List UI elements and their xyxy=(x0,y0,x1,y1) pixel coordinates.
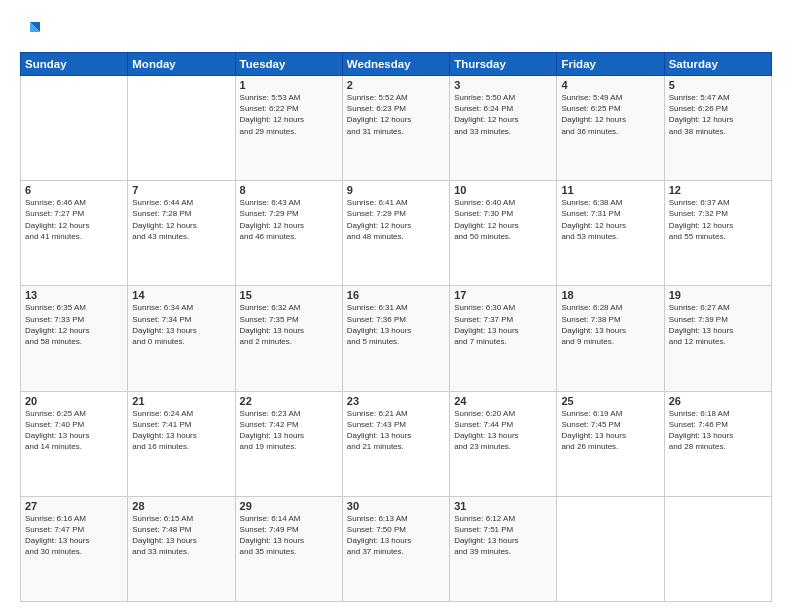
day-cell: 27Sunrise: 6:16 AM Sunset: 7:47 PM Dayli… xyxy=(21,496,128,601)
day-cell: 4Sunrise: 5:49 AM Sunset: 6:25 PM Daylig… xyxy=(557,76,664,181)
day-number: 31 xyxy=(454,500,552,512)
day-number: 13 xyxy=(25,289,123,301)
day-number: 29 xyxy=(240,500,338,512)
day-info: Sunrise: 6:25 AM Sunset: 7:40 PM Dayligh… xyxy=(25,408,123,453)
day-info: Sunrise: 6:18 AM Sunset: 7:46 PM Dayligh… xyxy=(669,408,767,453)
day-cell xyxy=(21,76,128,181)
day-info: Sunrise: 5:49 AM Sunset: 6:25 PM Dayligh… xyxy=(561,92,659,137)
day-number: 24 xyxy=(454,395,552,407)
weekday-row: SundayMondayTuesdayWednesdayThursdayFrid… xyxy=(21,53,772,76)
day-info: Sunrise: 6:43 AM Sunset: 7:29 PM Dayligh… xyxy=(240,197,338,242)
day-info: Sunrise: 5:47 AM Sunset: 6:26 PM Dayligh… xyxy=(669,92,767,137)
day-info: Sunrise: 6:21 AM Sunset: 7:43 PM Dayligh… xyxy=(347,408,445,453)
week-row-5: 27Sunrise: 6:16 AM Sunset: 7:47 PM Dayli… xyxy=(21,496,772,601)
day-number: 15 xyxy=(240,289,338,301)
day-cell: 8Sunrise: 6:43 AM Sunset: 7:29 PM Daylig… xyxy=(235,181,342,286)
day-cell: 25Sunrise: 6:19 AM Sunset: 7:45 PM Dayli… xyxy=(557,391,664,496)
day-info: Sunrise: 6:16 AM Sunset: 7:47 PM Dayligh… xyxy=(25,513,123,558)
day-cell xyxy=(557,496,664,601)
day-number: 2 xyxy=(347,79,445,91)
day-cell: 26Sunrise: 6:18 AM Sunset: 7:46 PM Dayli… xyxy=(664,391,771,496)
day-cell xyxy=(664,496,771,601)
day-cell: 29Sunrise: 6:14 AM Sunset: 7:49 PM Dayli… xyxy=(235,496,342,601)
day-cell: 15Sunrise: 6:32 AM Sunset: 7:35 PM Dayli… xyxy=(235,286,342,391)
header xyxy=(20,16,772,44)
day-number: 4 xyxy=(561,79,659,91)
day-cell: 10Sunrise: 6:40 AM Sunset: 7:30 PM Dayli… xyxy=(450,181,557,286)
day-number: 7 xyxy=(132,184,230,196)
day-cell: 31Sunrise: 6:12 AM Sunset: 7:51 PM Dayli… xyxy=(450,496,557,601)
day-info: Sunrise: 6:31 AM Sunset: 7:36 PM Dayligh… xyxy=(347,302,445,347)
day-info: Sunrise: 6:32 AM Sunset: 7:35 PM Dayligh… xyxy=(240,302,338,347)
day-number: 11 xyxy=(561,184,659,196)
day-number: 22 xyxy=(240,395,338,407)
day-number: 8 xyxy=(240,184,338,196)
day-number: 14 xyxy=(132,289,230,301)
day-cell: 22Sunrise: 6:23 AM Sunset: 7:42 PM Dayli… xyxy=(235,391,342,496)
day-number: 20 xyxy=(25,395,123,407)
week-row-1: 1Sunrise: 5:53 AM Sunset: 6:22 PM Daylig… xyxy=(21,76,772,181)
day-number: 25 xyxy=(561,395,659,407)
day-info: Sunrise: 6:34 AM Sunset: 7:34 PM Dayligh… xyxy=(132,302,230,347)
day-number: 6 xyxy=(25,184,123,196)
calendar-body: 1Sunrise: 5:53 AM Sunset: 6:22 PM Daylig… xyxy=(21,76,772,602)
day-number: 28 xyxy=(132,500,230,512)
day-cell: 30Sunrise: 6:13 AM Sunset: 7:50 PM Dayli… xyxy=(342,496,449,601)
week-row-2: 6Sunrise: 6:46 AM Sunset: 7:27 PM Daylig… xyxy=(21,181,772,286)
day-number: 9 xyxy=(347,184,445,196)
day-number: 23 xyxy=(347,395,445,407)
weekday-header-sunday: Sunday xyxy=(21,53,128,76)
day-cell: 28Sunrise: 6:15 AM Sunset: 7:48 PM Dayli… xyxy=(128,496,235,601)
day-info: Sunrise: 6:20 AM Sunset: 7:44 PM Dayligh… xyxy=(454,408,552,453)
week-row-4: 20Sunrise: 6:25 AM Sunset: 7:40 PM Dayli… xyxy=(21,391,772,496)
day-cell: 11Sunrise: 6:38 AM Sunset: 7:31 PM Dayli… xyxy=(557,181,664,286)
day-info: Sunrise: 6:12 AM Sunset: 7:51 PM Dayligh… xyxy=(454,513,552,558)
day-cell: 20Sunrise: 6:25 AM Sunset: 7:40 PM Dayli… xyxy=(21,391,128,496)
day-cell: 17Sunrise: 6:30 AM Sunset: 7:37 PM Dayli… xyxy=(450,286,557,391)
day-number: 16 xyxy=(347,289,445,301)
day-number: 21 xyxy=(132,395,230,407)
day-cell: 6Sunrise: 6:46 AM Sunset: 7:27 PM Daylig… xyxy=(21,181,128,286)
day-cell: 16Sunrise: 6:31 AM Sunset: 7:36 PM Dayli… xyxy=(342,286,449,391)
day-cell: 1Sunrise: 5:53 AM Sunset: 6:22 PM Daylig… xyxy=(235,76,342,181)
day-info: Sunrise: 6:37 AM Sunset: 7:32 PM Dayligh… xyxy=(669,197,767,242)
day-info: Sunrise: 6:13 AM Sunset: 7:50 PM Dayligh… xyxy=(347,513,445,558)
day-cell: 13Sunrise: 6:35 AM Sunset: 7:33 PM Dayli… xyxy=(21,286,128,391)
day-info: Sunrise: 6:38 AM Sunset: 7:31 PM Dayligh… xyxy=(561,197,659,242)
day-cell: 21Sunrise: 6:24 AM Sunset: 7:41 PM Dayli… xyxy=(128,391,235,496)
day-cell: 7Sunrise: 6:44 AM Sunset: 7:28 PM Daylig… xyxy=(128,181,235,286)
weekday-header-wednesday: Wednesday xyxy=(342,53,449,76)
day-info: Sunrise: 6:46 AM Sunset: 7:27 PM Dayligh… xyxy=(25,197,123,242)
day-cell: 24Sunrise: 6:20 AM Sunset: 7:44 PM Dayli… xyxy=(450,391,557,496)
day-cell: 5Sunrise: 5:47 AM Sunset: 6:26 PM Daylig… xyxy=(664,76,771,181)
day-number: 17 xyxy=(454,289,552,301)
logo xyxy=(20,16,44,44)
day-info: Sunrise: 6:14 AM Sunset: 7:49 PM Dayligh… xyxy=(240,513,338,558)
day-cell: 18Sunrise: 6:28 AM Sunset: 7:38 PM Dayli… xyxy=(557,286,664,391)
day-cell: 14Sunrise: 6:34 AM Sunset: 7:34 PM Dayli… xyxy=(128,286,235,391)
day-cell: 19Sunrise: 6:27 AM Sunset: 7:39 PM Dayli… xyxy=(664,286,771,391)
day-number: 19 xyxy=(669,289,767,301)
day-info: Sunrise: 6:27 AM Sunset: 7:39 PM Dayligh… xyxy=(669,302,767,347)
day-info: Sunrise: 6:35 AM Sunset: 7:33 PM Dayligh… xyxy=(25,302,123,347)
day-info: Sunrise: 6:24 AM Sunset: 7:41 PM Dayligh… xyxy=(132,408,230,453)
page: SundayMondayTuesdayWednesdayThursdayFrid… xyxy=(0,0,792,612)
day-number: 1 xyxy=(240,79,338,91)
day-cell: 3Sunrise: 5:50 AM Sunset: 6:24 PM Daylig… xyxy=(450,76,557,181)
calendar-table: SundayMondayTuesdayWednesdayThursdayFrid… xyxy=(20,52,772,602)
day-cell: 2Sunrise: 5:52 AM Sunset: 6:23 PM Daylig… xyxy=(342,76,449,181)
day-info: Sunrise: 6:41 AM Sunset: 7:29 PM Dayligh… xyxy=(347,197,445,242)
day-number: 10 xyxy=(454,184,552,196)
weekday-header-saturday: Saturday xyxy=(664,53,771,76)
day-number: 27 xyxy=(25,500,123,512)
logo-icon xyxy=(22,18,44,44)
day-number: 3 xyxy=(454,79,552,91)
calendar-header: SundayMondayTuesdayWednesdayThursdayFrid… xyxy=(21,53,772,76)
day-info: Sunrise: 6:40 AM Sunset: 7:30 PM Dayligh… xyxy=(454,197,552,242)
day-number: 5 xyxy=(669,79,767,91)
day-number: 30 xyxy=(347,500,445,512)
weekday-header-monday: Monday xyxy=(128,53,235,76)
day-info: Sunrise: 5:50 AM Sunset: 6:24 PM Dayligh… xyxy=(454,92,552,137)
week-row-3: 13Sunrise: 6:35 AM Sunset: 7:33 PM Dayli… xyxy=(21,286,772,391)
weekday-header-friday: Friday xyxy=(557,53,664,76)
